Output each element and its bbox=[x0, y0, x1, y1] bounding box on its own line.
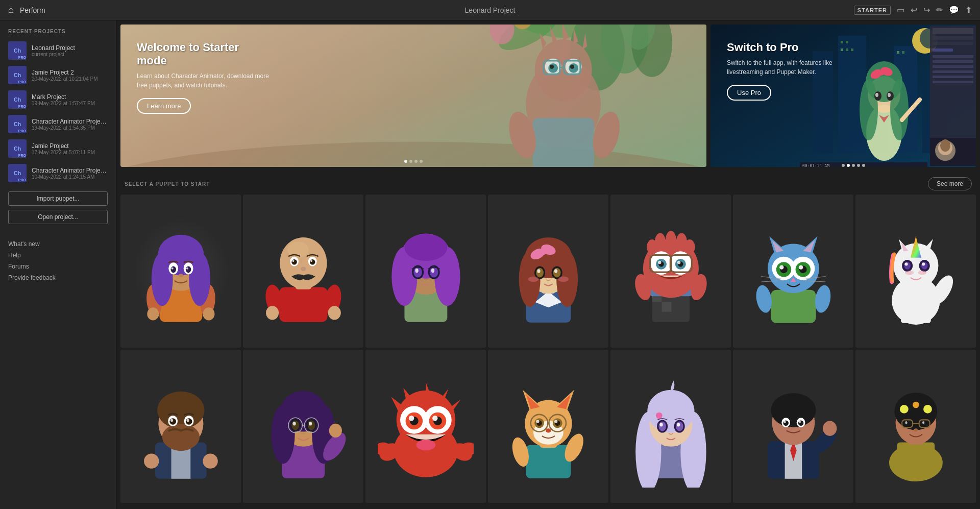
dot-2[interactable] bbox=[409, 160, 412, 163]
puppet-cell-9[interactable] bbox=[243, 350, 363, 503]
puppet-cell-7[interactable] bbox=[855, 195, 976, 348]
svg-point-229 bbox=[186, 419, 189, 422]
svg-point-212 bbox=[918, 271, 926, 275]
sidebar-item-project-2[interactable]: Ch PRO Jamie Project 2 20-May-2022 at 10… bbox=[0, 63, 116, 87]
project-meta-6: 10-May-2022 at 1:24:15 AM bbox=[32, 174, 108, 180]
svg-point-266 bbox=[416, 440, 435, 450]
project-thumb-3: Ch PRO bbox=[8, 90, 27, 109]
svg-rect-323 bbox=[897, 442, 934, 470]
banner-starter: Welcome to Starter mode Learn about Char… bbox=[120, 25, 706, 167]
svg-point-113 bbox=[266, 306, 279, 320]
svg-point-76 bbox=[847, 164, 850, 167]
open-project-button[interactable]: Open project... bbox=[8, 210, 108, 224]
banner-pagination bbox=[404, 160, 423, 163]
app-title: Perform bbox=[20, 6, 45, 14]
puppet-cell-1[interactable] bbox=[120, 195, 241, 348]
puppet-cell-3[interactable] bbox=[365, 195, 486, 348]
svg-point-327 bbox=[900, 405, 909, 414]
svg-rect-272 bbox=[526, 445, 571, 478]
puppet-woman-purple-hair bbox=[133, 210, 229, 332]
pro-banner-description: Switch to the full app, with features li… bbox=[727, 58, 860, 77]
help-link[interactable]: Help bbox=[8, 252, 108, 259]
svg-point-79 bbox=[862, 164, 865, 167]
dot-1[interactable] bbox=[404, 160, 407, 163]
svg-point-211 bbox=[905, 271, 914, 275]
home-icon[interactable]: ⌂ bbox=[8, 5, 14, 15]
project-thumb-4: Ch PRO bbox=[8, 115, 27, 133]
puppet-cell-14[interactable] bbox=[855, 350, 976, 503]
svg-point-49 bbox=[890, 79, 909, 140]
sidebar-item-project-3[interactable]: Ch PRO Mark Project 19-May-2022 at 1:57:… bbox=[0, 87, 116, 112]
forums-link[interactable]: Forums bbox=[8, 263, 108, 270]
screen-icon[interactable]: ▭ bbox=[897, 5, 904, 15]
puppet-cell-13[interactable] bbox=[733, 350, 853, 503]
svg-point-96 bbox=[171, 268, 173, 270]
redo-icon[interactable]: ↪ bbox=[923, 5, 930, 15]
sidebar-item-project-1[interactable]: Ch PRO Leonard Project current project bbox=[0, 38, 116, 63]
svg-rect-63 bbox=[933, 49, 953, 52]
project-thumb-1: Ch PRO bbox=[8, 41, 27, 60]
puppet-cell-5[interactable] bbox=[610, 195, 731, 348]
puppet-section: SELECT A PUPPET TO START See more bbox=[116, 171, 980, 509]
puppet-cell-6[interactable] bbox=[733, 195, 853, 348]
svg-point-52 bbox=[879, 70, 884, 76]
svg-point-288 bbox=[554, 420, 557, 423]
pro-banner-title: Switch to Pro bbox=[727, 41, 860, 54]
dot-3[interactable] bbox=[414, 160, 418, 163]
svg-point-221 bbox=[157, 392, 204, 429]
puppet-unicorn bbox=[868, 210, 964, 332]
undo-icon[interactable]: ↩ bbox=[911, 5, 917, 15]
puppet-bearded-man bbox=[133, 365, 229, 488]
puppet-cell-10[interactable] bbox=[365, 350, 486, 503]
svg-text:00:01:21 AM: 00:01:21 AM bbox=[802, 164, 829, 167]
starter-banner-text: Welcome to Starter mode Learn about Char… bbox=[137, 41, 270, 114]
svg-point-241 bbox=[291, 420, 299, 430]
pencil-icon[interactable]: ✏ bbox=[936, 5, 943, 15]
svg-rect-65 bbox=[933, 60, 973, 63]
use-pro-button[interactable]: Use Pro bbox=[727, 85, 771, 101]
whats-new-link[interactable]: What's new bbox=[8, 240, 108, 248]
svg-point-109 bbox=[310, 260, 312, 262]
share-icon[interactable]: ⬆ bbox=[965, 5, 972, 15]
svg-rect-60 bbox=[933, 28, 973, 34]
svg-point-249 bbox=[329, 424, 341, 438]
svg-point-228 bbox=[170, 419, 173, 422]
sidebar-item-project-5[interactable]: Ch PRO Jamie Project 17-May-2022 at 5:07… bbox=[0, 136, 116, 161]
puppet-man-suit bbox=[745, 365, 842, 488]
chat-icon[interactable]: 💬 bbox=[949, 5, 959, 15]
content-area: Welcome to Starter mode Learn about Char… bbox=[116, 20, 980, 509]
svg-point-334 bbox=[922, 420, 927, 427]
project-meta-1: current project bbox=[32, 52, 108, 57]
sidebar-item-project-6[interactable]: Ch PRO Character Animator Project 2 10-M… bbox=[0, 161, 116, 185]
puppet-cell-4[interactable] bbox=[488, 195, 608, 348]
recent-projects-label: RECENT PROJECTS bbox=[0, 29, 116, 38]
puppet-bald-man bbox=[255, 210, 352, 332]
puppet-cell-11[interactable] bbox=[488, 350, 608, 503]
project-info-6: Character Animator Project 2 10-May-2022… bbox=[32, 167, 108, 180]
svg-rect-214 bbox=[921, 311, 930, 323]
puppet-blue-cat-monster bbox=[745, 210, 842, 332]
dot-4[interactable] bbox=[420, 160, 423, 163]
svg-point-97 bbox=[186, 268, 188, 270]
puppet-cell-12[interactable] bbox=[610, 350, 731, 503]
puppet-grid bbox=[120, 195, 976, 503]
see-more-button[interactable]: See more bbox=[928, 177, 972, 190]
puppet-cell-8[interactable] bbox=[120, 350, 241, 503]
learn-more-button[interactable]: Learn more bbox=[137, 98, 191, 114]
puppet-cell-2[interactable] bbox=[243, 195, 363, 348]
svg-rect-66 bbox=[933, 65, 973, 68]
sidebar-item-project-4[interactable]: Ch PRO Character Animator Project 3 19-M… bbox=[0, 112, 116, 136]
svg-point-312 bbox=[771, 393, 816, 427]
svg-point-147 bbox=[558, 276, 569, 281]
project-name-3: Mark Project bbox=[32, 93, 108, 101]
svg-rect-153 bbox=[662, 302, 671, 312]
svg-point-335 bbox=[905, 421, 907, 424]
svg-point-227 bbox=[185, 418, 192, 425]
feedback-link[interactable]: Provide feedback bbox=[8, 274, 108, 281]
svg-rect-68 bbox=[933, 76, 973, 78]
svg-point-171 bbox=[658, 261, 661, 264]
svg-point-55 bbox=[875, 93, 878, 97]
svg-point-230 bbox=[144, 453, 159, 468]
sidebar: RECENT PROJECTS Ch PRO Leonard Project c… bbox=[0, 20, 116, 509]
import-puppet-button[interactable]: Import puppet... bbox=[8, 191, 108, 206]
